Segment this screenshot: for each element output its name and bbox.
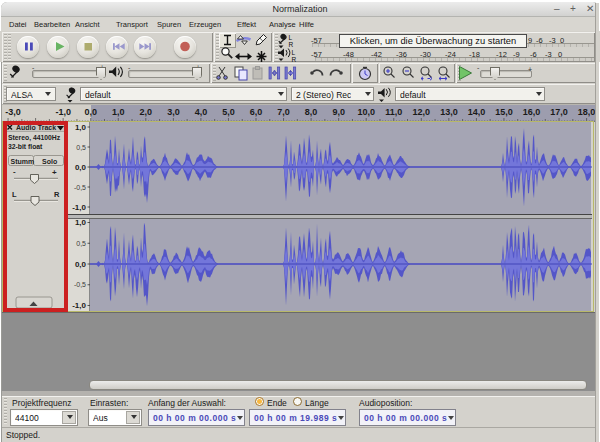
svg-text:2,0: 2,0 [140,107,153,117]
svg-text:L: L [289,34,293,41]
svg-text:0,5: 0,5 [76,240,86,247]
svg-text:0,0: 0,0 [75,163,87,172]
svg-text:17,0: 17,0 [550,107,568,117]
svg-text:0,5: 0,5 [76,144,86,151]
svg-text:15,0: 15,0 [495,107,513,117]
svg-text:5,0: 5,0 [222,107,235,117]
svg-text:8,0: 8,0 [305,107,318,117]
svg-text:7,0: 7,0 [277,107,290,117]
svg-text:4,0: 4,0 [195,107,208,117]
svg-text:-0,5: -0,5 [74,184,86,191]
svg-text:14,0: 14,0 [468,107,486,117]
svg-text:1,0: 1,0 [112,107,125,117]
svg-text:11,0: 11,0 [385,107,402,117]
svg-text:6,0: 6,0 [250,107,263,117]
svg-text:-0,5: -0,5 [74,281,86,288]
svg-text:0,0: 0,0 [75,260,87,269]
svg-text:L: L [292,49,296,56]
svg-text:13,0: 13,0 [440,107,458,117]
svg-text:-1,0: -1,0 [55,107,71,117]
svg-text:R: R [292,56,297,63]
svg-text:9,0: 9,0 [332,107,345,117]
svg-text:16,0: 16,0 [523,107,541,117]
svg-text:1,0: 1,0 [75,218,87,227]
svg-text:3,0: 3,0 [167,107,180,117]
svg-text:-1,0: -1,0 [72,203,86,212]
svg-text:-3,0: -3,0 [5,107,21,117]
svg-text:0,0: 0,0 [84,107,97,117]
svg-text:12,0: 12,0 [413,107,431,117]
svg-text:18,0: 18,0 [578,107,596,117]
svg-text:R: R [289,41,294,48]
svg-text:1,0: 1,0 [75,123,87,132]
svg-text:10,0: 10,0 [357,107,375,117]
svg-text:-1,0: -1,0 [72,301,86,310]
